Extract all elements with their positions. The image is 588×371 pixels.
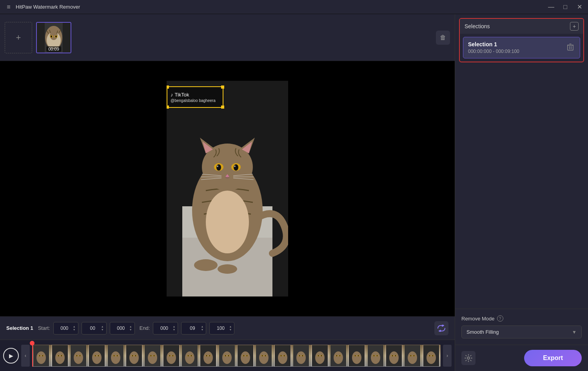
minimize-button[interactable]: — xyxy=(547,3,555,11)
settings-button[interactable] xyxy=(461,351,475,365)
handle-bottom-right[interactable] xyxy=(221,105,224,109)
svg-point-45 xyxy=(42,355,43,356)
svg-point-86 xyxy=(151,355,151,356)
end-seconds-up[interactable]: ▲ xyxy=(229,325,232,328)
svg-point-44 xyxy=(39,355,40,356)
selections-title-bar: Selections + xyxy=(460,19,583,34)
start-minutes-value: 00 xyxy=(84,326,101,331)
end-hours-value: 000 xyxy=(156,326,172,331)
svg-point-37 xyxy=(194,259,218,271)
start-label: Start: xyxy=(38,325,50,331)
delete-file-button[interactable]: 🗑 xyxy=(436,31,450,45)
close-button[interactable]: ✕ xyxy=(575,3,583,11)
svg-point-184 xyxy=(410,355,411,356)
start-minutes-arrows: ▲ ▼ xyxy=(101,325,104,331)
handle-top-left[interactable] xyxy=(167,85,169,89)
end-hours-up[interactable]: ▲ xyxy=(173,325,176,328)
video-thumbnail[interactable]: 00:09 xyxy=(36,22,71,53)
end-minutes-down[interactable]: ▼ xyxy=(201,328,204,331)
title-bar-right: — □ ✕ xyxy=(547,3,583,11)
svg-point-149 xyxy=(318,355,318,356)
svg-point-28 xyxy=(217,165,218,167)
maximize-button[interactable]: □ xyxy=(561,3,569,11)
timeline-frame xyxy=(236,345,255,367)
svg-point-107 xyxy=(206,355,207,356)
handle-bottom-left[interactable] xyxy=(167,105,169,109)
end-minutes-arrows: ▲ ▼ xyxy=(201,325,204,331)
selection-delete-button-1[interactable] xyxy=(566,42,575,54)
svg-point-101 xyxy=(191,355,192,356)
svg-point-51 xyxy=(58,355,58,356)
menu-icon[interactable]: ≡ xyxy=(5,3,13,11)
svg-point-198 xyxy=(467,357,470,359)
svg-point-29 xyxy=(234,165,236,167)
start-hours-arrows: ▲ ▼ xyxy=(73,325,76,331)
add-file-button[interactable]: + xyxy=(5,22,32,53)
end-minutes-up[interactable]: ▲ xyxy=(201,325,204,328)
svg-point-170 xyxy=(373,355,374,356)
end-seconds-value: 100 xyxy=(212,326,229,331)
start-hours-down[interactable]: ▼ xyxy=(73,328,76,331)
start-minutes-up[interactable]: ▲ xyxy=(101,325,104,328)
timeline-track-wrapper xyxy=(32,345,441,367)
start-hours-input[interactable]: 000 ▲ ▼ xyxy=(53,322,78,335)
start-field-group: Start: 000 ▲ ▼ 00 ▲ ▼ 000 xyxy=(38,322,135,335)
svg-point-142 xyxy=(299,355,300,356)
svg-point-58 xyxy=(76,355,77,356)
start-seconds-down[interactable]: ▼ xyxy=(129,328,132,331)
watermark-selection-box[interactable]: ♪ TikTok @bengalsbaloo bagheera xyxy=(167,86,223,108)
remove-mode-dropdown[interactable]: Smooth Filling ▼ xyxy=(461,326,582,338)
svg-point-65 xyxy=(95,355,96,356)
title-bar-left: ≡ HitPaw Watermark Remover xyxy=(5,3,80,11)
add-selection-button[interactable]: + xyxy=(570,22,579,31)
svg-point-143 xyxy=(302,355,303,356)
timeline-frame xyxy=(143,345,162,367)
timeline-next-button[interactable]: › xyxy=(443,345,452,367)
timeline-frame xyxy=(255,345,273,367)
selection-info-1: Selection 1 000:00:000 - 000:09:100 xyxy=(468,41,519,54)
start-minutes-down[interactable]: ▼ xyxy=(101,328,104,331)
main-layout: + xyxy=(0,14,588,371)
timeline-frame xyxy=(69,345,88,367)
export-button[interactable]: Export xyxy=(524,350,582,366)
timeline-prev-button[interactable]: ‹ xyxy=(21,345,30,367)
help-icon[interactable]: ? xyxy=(497,315,503,322)
handle-top-right[interactable] xyxy=(221,85,224,89)
svg-point-136 xyxy=(284,355,285,356)
svg-point-73 xyxy=(116,355,117,356)
center-area: + xyxy=(0,14,455,371)
selections-panel: Selections + Selection 1 000:00:000 - 00… xyxy=(459,18,584,62)
playhead-line xyxy=(32,345,33,367)
timeline-frame xyxy=(51,345,69,367)
svg-rect-193 xyxy=(568,45,573,50)
selection-name-1: Selection 1 xyxy=(468,41,519,47)
start-hours-up[interactable]: ▲ xyxy=(73,325,76,328)
timeline-track[interactable] xyxy=(32,345,441,367)
svg-point-26 xyxy=(216,164,221,171)
end-seconds-input[interactable]: 100 ▲ ▼ xyxy=(209,322,234,335)
selection-item-1[interactable]: Selection 1 000:00:000 - 000:09:100 xyxy=(463,37,580,58)
timeline-frame xyxy=(199,345,218,367)
timeline-frame xyxy=(218,345,236,367)
start-seconds-input[interactable]: 000 ▲ ▼ xyxy=(110,322,135,335)
svg-point-157 xyxy=(339,355,340,356)
end-hours-down[interactable]: ▼ xyxy=(173,328,176,331)
thumbnail-bar: + xyxy=(0,14,455,61)
start-seconds-up[interactable]: ▲ xyxy=(129,325,132,328)
timeline-frame xyxy=(162,345,181,367)
svg-point-128 xyxy=(262,355,263,356)
loop-button[interactable] xyxy=(434,321,448,335)
svg-point-80 xyxy=(135,355,136,356)
end-minutes-input[interactable]: 09 ▲ ▼ xyxy=(181,322,206,335)
play-button[interactable]: ▶ xyxy=(3,348,19,364)
timeline-frame xyxy=(88,345,106,367)
timeline-frame xyxy=(422,345,441,367)
end-hours-input[interactable]: 000 ▲ ▼ xyxy=(153,322,178,335)
svg-point-163 xyxy=(355,355,356,356)
end-seconds-arrows: ▲ ▼ xyxy=(229,325,232,331)
start-minutes-input[interactable]: 00 ▲ ▼ xyxy=(82,322,107,335)
svg-point-150 xyxy=(321,355,321,356)
svg-point-4 xyxy=(50,31,58,40)
end-seconds-down[interactable]: ▼ xyxy=(229,328,232,331)
svg-point-191 xyxy=(429,355,430,356)
